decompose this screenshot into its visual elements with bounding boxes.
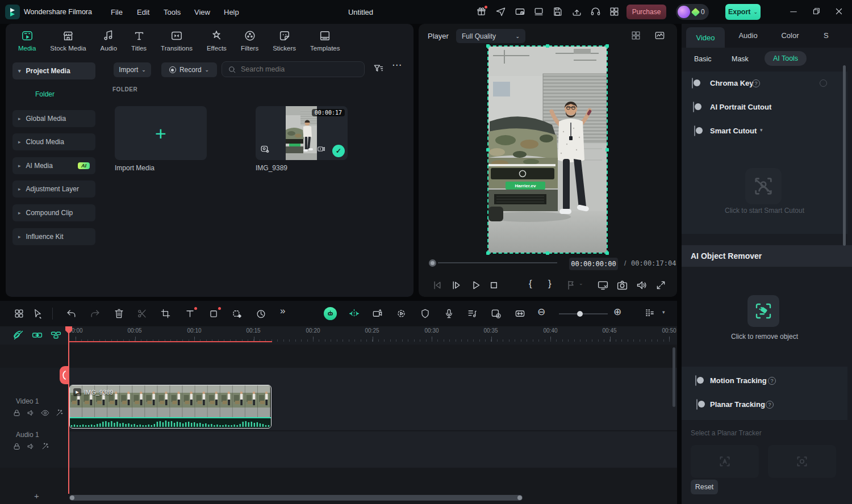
object-remover-button[interactable]	[747, 295, 779, 327]
planar-tracker-option-1[interactable]	[691, 445, 759, 478]
tab-templates[interactable]: Templates	[310, 30, 340, 52]
playhead-line[interactable]	[68, 326, 69, 494]
redo-icon[interactable]	[90, 308, 101, 321]
split-scissors-icon[interactable]	[137, 308, 148, 321]
tab-media[interactable]: Media	[18, 30, 36, 52]
delete-icon[interactable]	[114, 308, 124, 321]
purchase-button[interactable]: Purchase	[627, 5, 666, 19]
tab-audio[interactable]: Audio	[733, 31, 763, 40]
audio-track-row[interactable]	[0, 431, 677, 468]
zoom-in-icon[interactable]: ⊕	[613, 306, 621, 318]
chevron-down-icon[interactable]: ⌄	[579, 280, 583, 286]
ripple-toggle-icon[interactable]	[12, 329, 24, 343]
zoom-slider-handle[interactable]	[577, 311, 583, 317]
crop-icon[interactable]	[160, 308, 171, 321]
play-icon[interactable]	[470, 279, 482, 293]
menu-edit[interactable]: Edit	[137, 8, 149, 16]
menu-help[interactable]: Help	[224, 8, 239, 16]
subtab-basic[interactable]: Basic	[694, 55, 712, 63]
undo-icon[interactable]	[66, 308, 77, 321]
record-footage-icon[interactable]	[372, 308, 383, 321]
audio-stretch-icon[interactable]	[467, 308, 478, 321]
color-picker-circle[interactable]	[820, 79, 827, 87]
zoom-out-icon[interactable]: ⊖	[537, 306, 545, 318]
layout-grid-icon[interactable]	[630, 30, 641, 43]
selection-handle[interactable]	[605, 251, 609, 255]
add-track-button[interactable]: +	[34, 491, 39, 501]
export-button[interactable]: Export ⌄	[725, 4, 761, 20]
track-mute-icon[interactable]	[27, 442, 35, 453]
tab-transitions[interactable]: Transitions	[161, 30, 193, 52]
snapshot-icon[interactable]	[616, 279, 628, 293]
selection-handle[interactable]	[546, 44, 549, 48]
mark-out-icon[interactable]: }	[548, 278, 552, 289]
previous-frame-icon[interactable]	[431, 279, 443, 293]
sidebar-item-folder[interactable]: Folder	[35, 90, 55, 98]
restore-button[interactable]	[811, 6, 821, 19]
track-lock-icon[interactable]	[12, 409, 21, 419]
send-feedback-icon[interactable]	[495, 6, 506, 19]
seek-handle[interactable]	[429, 259, 436, 267]
minimize-button[interactable]	[788, 6, 799, 19]
quality-dropdown[interactable]: Full Quality ⌄	[456, 29, 525, 43]
voiceover-mic-icon[interactable]	[444, 308, 454, 321]
scopes-icon[interactable]	[654, 30, 665, 43]
record-button[interactable]: Record ⌄	[161, 62, 217, 77]
account-pill[interactable]: 0	[676, 4, 709, 20]
tab-titles[interactable]: Titles	[131, 30, 147, 52]
caret-down-icon[interactable]: ▾	[662, 309, 665, 315]
chroma-key-toggle[interactable]	[692, 78, 693, 89]
close-button[interactable]	[834, 6, 844, 19]
subtab-mask[interactable]: Mask	[732, 55, 749, 63]
save-icon[interactable]	[552, 6, 563, 19]
track-visibility-icon[interactable]	[41, 409, 49, 419]
marker-icon[interactable]	[565, 279, 577, 293]
sidebar-item-compound-clip[interactable]: ▸ Compound Clip	[12, 204, 95, 221]
track-lock-icon[interactable]	[12, 442, 21, 453]
tab-effects[interactable]: Effects	[207, 30, 227, 52]
upload-cloud-icon[interactable]	[571, 6, 582, 19]
avatar[interactable]	[678, 6, 690, 18]
import-media-tile[interactable]: +	[115, 106, 207, 160]
shortcuts-icon[interactable]	[515, 6, 525, 19]
reset-button[interactable]: Reset	[691, 480, 718, 494]
mirror-display-icon[interactable]	[597, 279, 609, 293]
support-headset-icon[interactable]	[590, 6, 601, 19]
timeline-clip[interactable]: ▶ IMG_9389	[69, 385, 272, 429]
track-manager-icon[interactable]	[644, 308, 655, 321]
video-preview-selection[interactable]: Harrier.ev	[487, 45, 608, 254]
tab-video[interactable]: Video	[686, 27, 725, 48]
tab-audio[interactable]: Audio	[101, 30, 117, 52]
stop-icon[interactable]	[488, 279, 500, 293]
smart-cutout-toggle[interactable]	[694, 125, 695, 136]
selection-handle[interactable]	[486, 44, 490, 48]
more-icon[interactable]: ⋯	[392, 59, 402, 71]
mask-tool-icon[interactable]	[208, 308, 219, 321]
shield-icon[interactable]	[420, 308, 431, 321]
scrollbar-left-knob[interactable]	[70, 495, 74, 500]
touchbar-icon[interactable]	[533, 6, 544, 19]
fit-timeline-icon[interactable]	[515, 308, 525, 321]
help-icon[interactable]: ?	[766, 401, 774, 409]
compound-clip-icon[interactable]	[50, 329, 62, 343]
mark-in-icon[interactable]: {	[529, 278, 532, 289]
fullscreen-icon[interactable]	[655, 279, 667, 293]
video-preview[interactable]: Harrier.ev	[488, 47, 607, 253]
more-tools-icon[interactable]: »	[280, 305, 285, 317]
tab-stock-media[interactable]: Stock Media	[50, 30, 86, 52]
help-icon[interactable]: ?	[768, 377, 776, 385]
properties-scrollbar[interactable]	[843, 65, 846, 246]
tab-speed-clipped[interactable]: S	[824, 31, 832, 40]
track-mute-icon[interactable]	[27, 409, 35, 419]
text-tool-icon[interactable]	[185, 308, 195, 321]
scrollbar-right-knob[interactable]	[517, 495, 522, 500]
search-box[interactable]	[222, 61, 365, 77]
import-button[interactable]: Import ⌄	[114, 62, 151, 77]
tab-stickers[interactable]: Stickers	[273, 30, 296, 52]
export-clip-icon[interactable]	[491, 308, 502, 321]
smart-cutout-start-button[interactable]	[745, 168, 782, 204]
apps-grid-icon[interactable]	[609, 6, 620, 19]
track-enhance-icon[interactable]	[41, 442, 49, 453]
tab-filters[interactable]: Filters	[241, 30, 258, 52]
menu-tools[interactable]: Tools	[164, 8, 181, 16]
